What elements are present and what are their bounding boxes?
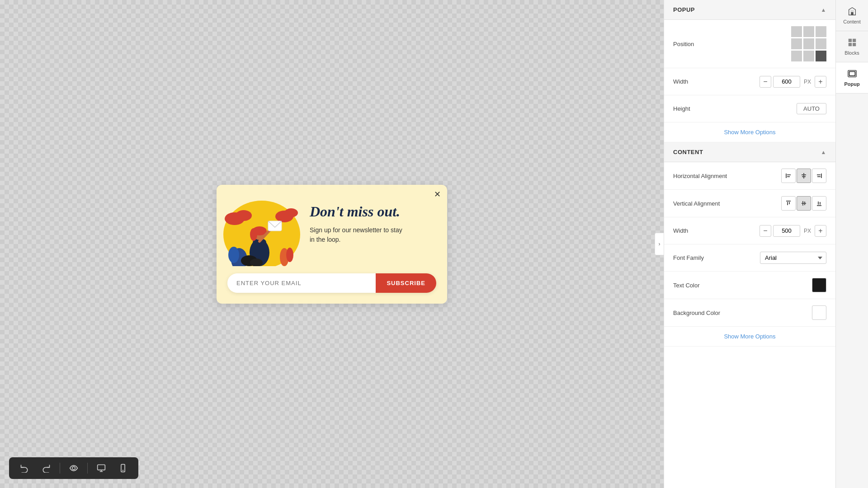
content-section-header: CONTENT ▲ xyxy=(664,142,835,162)
content-width-controls: − PX + xyxy=(760,225,826,237)
svg-rect-25 xyxy=(817,174,821,175)
toolbar-divider-1 xyxy=(60,463,60,474)
popup-width-input[interactable] xyxy=(773,76,800,88)
v-align-middle-button[interactable] xyxy=(797,196,811,211)
text-color-label: Text Color xyxy=(673,282,700,289)
popup-show-more-link[interactable]: Show More Options xyxy=(664,122,835,142)
font-family-controls: Arial Georgia Helvetica Times New Roman … xyxy=(760,252,826,264)
svg-rect-38 xyxy=(852,39,855,42)
popup-headline: Don't miss out. xyxy=(310,203,434,220)
subscribe-button[interactable]: SUBSCRIBE xyxy=(376,273,436,293)
svg-rect-28 xyxy=(787,202,788,205)
content-width-input[interactable] xyxy=(773,225,800,237)
svg-rect-30 xyxy=(802,203,806,204)
svg-rect-45 xyxy=(98,465,105,470)
bg-color-row: Background Color xyxy=(664,299,835,327)
toolbar-divider-2 xyxy=(87,463,88,474)
v-align-bottom-button[interactable] xyxy=(812,196,826,211)
svg-rect-40 xyxy=(852,43,855,46)
email-input[interactable] xyxy=(227,273,376,293)
content-width-row: Width − PX + xyxy=(664,217,835,244)
icon-bar-blocks-label: Blocks xyxy=(844,50,859,56)
popup-height-auto: AUTO xyxy=(797,103,826,114)
svg-rect-23 xyxy=(802,176,806,177)
popup-width-controls: − PX + xyxy=(760,76,826,88)
svg-rect-19 xyxy=(787,174,791,175)
popup-height-controls: AUTO xyxy=(797,103,826,114)
font-family-select[interactable]: Arial Georgia Helvetica Times New Roman … xyxy=(760,252,826,264)
icon-bar-content[interactable]: Content xyxy=(836,0,868,31)
svg-rect-22 xyxy=(802,174,806,175)
popup-top: Don't miss out. Sign up for our newslett… xyxy=(217,185,447,273)
svg-rect-20 xyxy=(787,176,790,177)
pos-bot-right[interactable] xyxy=(816,51,826,61)
svg-rect-33 xyxy=(817,205,821,206)
popup-height-row: Height AUTO xyxy=(664,95,835,122)
popup-preview: ✕ xyxy=(217,185,447,304)
undo-icon xyxy=(20,464,29,473)
content-show-more-link[interactable]: Show More Options xyxy=(664,327,835,347)
v-align-label: Vertical Alignment xyxy=(673,200,720,207)
popup-height-label: Height xyxy=(673,105,690,112)
desktop-button[interactable] xyxy=(93,462,109,474)
pos-bot-left[interactable] xyxy=(791,51,802,61)
bg-color-swatch[interactable] xyxy=(812,305,826,320)
popup-collapse-icon[interactable]: ▲ xyxy=(821,7,826,13)
pos-mid-right[interactable] xyxy=(816,38,826,49)
pos-top-center[interactable] xyxy=(803,26,814,37)
mobile-button[interactable] xyxy=(115,462,131,474)
popup-width-increment[interactable]: + xyxy=(815,76,826,88)
font-family-row: Font Family Arial Georgia Helvetica Time… xyxy=(664,244,835,272)
blocks-icon xyxy=(847,38,857,47)
pos-top-left[interactable] xyxy=(791,26,802,37)
svg-point-2 xyxy=(236,210,252,221)
popup-width-decrement[interactable]: − xyxy=(760,76,771,88)
icon-bar-content-label: Content xyxy=(843,19,861,24)
popup-width-unit: PX xyxy=(802,79,813,85)
right-panel: POPUP ▲ Position Wi xyxy=(664,0,835,488)
h-align-right-button[interactable] xyxy=(812,169,826,183)
bg-color-label: Background Color xyxy=(673,310,720,316)
text-color-controls xyxy=(812,278,826,292)
canvas-area: ✕ xyxy=(0,0,664,488)
position-label: Position xyxy=(673,41,694,47)
popup-close-button[interactable]: ✕ xyxy=(434,190,441,198)
icon-bar-popup[interactable]: Popup xyxy=(836,62,868,94)
content-collapse-icon[interactable]: ▲ xyxy=(821,149,826,155)
svg-rect-34 xyxy=(818,202,819,205)
h-align-left-button[interactable] xyxy=(781,169,796,183)
popup-icon xyxy=(847,69,857,79)
h-align-center-button[interactable] xyxy=(797,169,811,183)
pos-bot-center[interactable] xyxy=(803,51,814,61)
svg-point-44 xyxy=(72,467,75,470)
redo-button[interactable] xyxy=(38,462,54,474)
text-color-swatch[interactable] xyxy=(812,278,826,292)
svg-rect-36 xyxy=(851,12,854,15)
svg-rect-27 xyxy=(786,201,791,202)
undo-button[interactable] xyxy=(16,462,33,474)
content-width-label: Width xyxy=(673,227,688,234)
redo-icon xyxy=(42,464,51,473)
popup-form: SUBSCRIBE xyxy=(227,273,436,293)
content-section-body: Horizontal Alignment xyxy=(664,162,835,347)
pos-mid-center[interactable] xyxy=(803,38,814,49)
preview-button[interactable] xyxy=(66,462,82,474)
svg-rect-31 xyxy=(802,201,803,206)
position-row: Position xyxy=(664,20,835,68)
svg-rect-18 xyxy=(786,174,787,178)
svg-rect-26 xyxy=(817,176,821,177)
svg-rect-21 xyxy=(803,173,804,178)
pos-top-right[interactable] xyxy=(816,26,826,37)
popup-width-row: Width − PX + xyxy=(664,68,835,95)
popup-section-body: Position Width − xyxy=(664,20,835,142)
content-width-decrement[interactable]: − xyxy=(760,225,771,237)
v-align-controls xyxy=(781,196,826,211)
pos-mid-left[interactable] xyxy=(791,38,802,49)
v-align-row: Vertical Alignment xyxy=(664,190,835,217)
svg-rect-39 xyxy=(848,43,851,46)
sidebar-toggle-button[interactable]: › xyxy=(655,233,664,255)
content-width-increment[interactable]: + xyxy=(815,225,826,237)
v-align-top-button[interactable] xyxy=(781,196,796,211)
content-width-unit: PX xyxy=(802,228,813,234)
icon-bar-blocks[interactable]: Blocks xyxy=(836,31,868,62)
